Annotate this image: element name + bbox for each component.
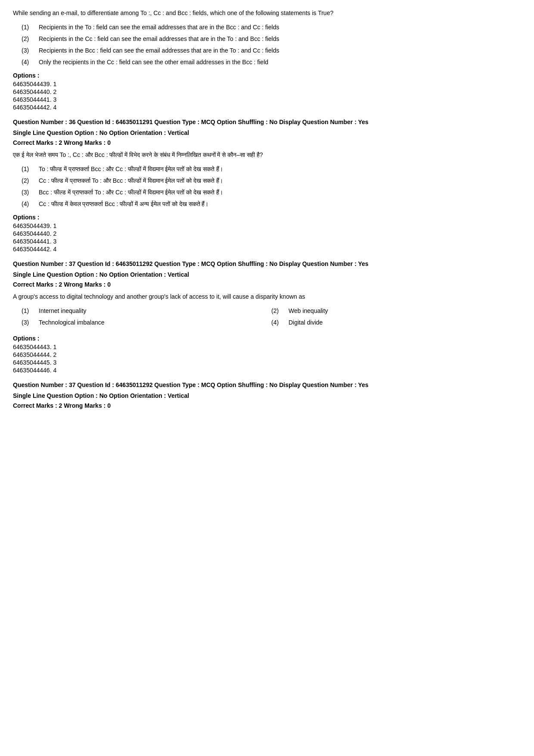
q36-hindi-options-label: Options : xyxy=(13,214,521,221)
option-num: (3) xyxy=(22,46,39,55)
q37-meta-line1: Question Number : 37 Question Id : 64635… xyxy=(13,259,521,269)
option-num: (1) xyxy=(22,23,39,32)
option-code: 64635044441. 3 xyxy=(13,238,521,245)
option-num: (3) xyxy=(22,188,39,197)
q37-meta2-section: Question Number : 37 Question Id : 64635… xyxy=(13,381,521,409)
q37-english-options-section: Options : 64635044443. 164635044444. 264… xyxy=(13,335,521,374)
q36-hindi-section: एक ई मेल भेजते समय To :, Cc : और Bcc : फ… xyxy=(13,150,521,253)
option-num: (2) xyxy=(22,34,39,44)
list-item: (4)Digital divide xyxy=(271,318,521,327)
option-text: Bcc : फील्ड में प्राप्तकर्ता To : और Cc … xyxy=(39,188,521,197)
option-text: Technological imbalance xyxy=(39,318,271,327)
q37-english-options-label: Options : xyxy=(13,335,521,342)
option-code: 64635044442. 4 xyxy=(13,104,521,111)
q37-correct-marks: Correct Marks : 2 Wrong Marks : 0 xyxy=(13,281,521,288)
list-item: (2)Recipients in the Cc : field can see … xyxy=(22,34,521,44)
option-text: To : फील्ड में प्राप्तकर्ता Bcc : और Cc … xyxy=(39,165,521,174)
option-text: Recipients in the Bcc : field can see th… xyxy=(39,46,521,55)
option-text: Only the recipients in the Cc : field ca… xyxy=(39,58,521,67)
q36-hindi-question: एक ई मेल भेजते समय To :, Cc : और Bcc : फ… xyxy=(13,150,521,159)
option-num: (3) xyxy=(22,318,39,327)
list-item: (2)Web inequality xyxy=(271,306,521,316)
q37-meta2-line1: Question Number : 37 Question Id : 64635… xyxy=(13,381,521,390)
option-code: 64635044439. 1 xyxy=(13,222,521,229)
option-code: 64635044442. 4 xyxy=(13,246,521,253)
q35-english-section: While sending an e-mail, to differentiat… xyxy=(13,9,521,111)
list-item: (2)Cc : फील्ड में प्राप्तकर्ता To : और B… xyxy=(22,176,521,185)
q35-english-question: While sending an e-mail, to differentiat… xyxy=(13,9,521,18)
q37-english-section: A group's access to digital technology a… xyxy=(13,292,521,374)
option-text: Internet inequality xyxy=(39,306,271,316)
q37-meta2-line2: Single Line Question Option : No Option … xyxy=(13,391,521,400)
option-code: 64635044444. 2 xyxy=(13,351,521,358)
option-text: Digital divide xyxy=(289,318,521,327)
option-num: (2) xyxy=(22,176,39,185)
option-code: 64635044440. 2 xyxy=(13,230,521,237)
option-text: Cc : फील्ड में प्राप्तकर्ता To : और Bcc … xyxy=(39,176,521,185)
option-num: (4) xyxy=(271,318,289,327)
q36-hindi-options-section: Options : 64635044439. 164635044440. 264… xyxy=(13,214,521,253)
list-item: (3)Recipients in the Bcc : field can see… xyxy=(22,46,521,55)
q36-hindi-options: (1)To : फील्ड में प्राप्तकर्ता Bcc : और … xyxy=(22,165,521,209)
list-item: (4)Cc : फील्ड में केवल प्राप्तकर्ता Bcc … xyxy=(22,200,521,209)
list-item: (1)To : फील्ड में प्राप्तकर्ता Bcc : और … xyxy=(22,165,521,174)
q37-meta-section: Question Number : 37 Question Id : 64635… xyxy=(13,259,521,288)
q37-english-question: A group's access to digital technology a… xyxy=(13,292,521,301)
q37-english-options: (1)Internet inequality(2)Web inequality(… xyxy=(22,306,521,330)
q36-meta-line1: Question Number : 36 Question Id : 64635… xyxy=(13,118,521,127)
option-text: Recipients in the Cc : field can see the… xyxy=(39,34,521,44)
q35-english-options-label: Options : xyxy=(13,72,521,79)
q36-meta-line2: Single Line Question Option : No Option … xyxy=(13,128,521,137)
list-item: (3)Technological imbalance xyxy=(22,318,271,327)
option-text: Web inequality xyxy=(289,306,521,316)
q35-english-options-section: Options : 64635044439. 164635044440. 264… xyxy=(13,72,521,111)
list-item: (1)Internet inequality xyxy=(22,306,271,316)
option-text: Recipients in the To : field can see the… xyxy=(39,23,521,32)
option-code: 64635044443. 1 xyxy=(13,344,521,350)
option-num: (4) xyxy=(22,200,39,209)
list-item: (4)Only the recipients in the Cc : field… xyxy=(22,58,521,67)
option-num: (4) xyxy=(22,58,39,67)
q35-english-options: (1)Recipients in the To : field can see … xyxy=(22,23,521,67)
list-item: (1)Recipients in the To : field can see … xyxy=(22,23,521,32)
option-text: Cc : फील्ड में केवल प्राप्तकर्ता Bcc : फ… xyxy=(39,200,521,209)
option-code: 64635044446. 4 xyxy=(13,367,521,374)
option-code: 64635044441. 3 xyxy=(13,96,521,103)
q37-meta2-correct-marks: Correct Marks : 2 Wrong Marks : 0 xyxy=(13,402,521,409)
option-code: 64635044440. 2 xyxy=(13,88,521,95)
q37-meta-line2: Single Line Question Option : No Option … xyxy=(13,270,521,279)
option-num: (2) xyxy=(271,306,289,316)
list-item: (3)Bcc : फील्ड में प्राप्तकर्ता To : और … xyxy=(22,188,521,197)
option-num: (1) xyxy=(22,165,39,174)
option-code: 64635044445. 3 xyxy=(13,359,521,366)
q36-correct-marks: Correct Marks : 2 Wrong Marks : 0 xyxy=(13,139,521,146)
option-code: 64635044439. 1 xyxy=(13,81,521,87)
q36-meta-section: Question Number : 36 Question Id : 64635… xyxy=(13,118,521,146)
option-num: (1) xyxy=(22,306,39,316)
